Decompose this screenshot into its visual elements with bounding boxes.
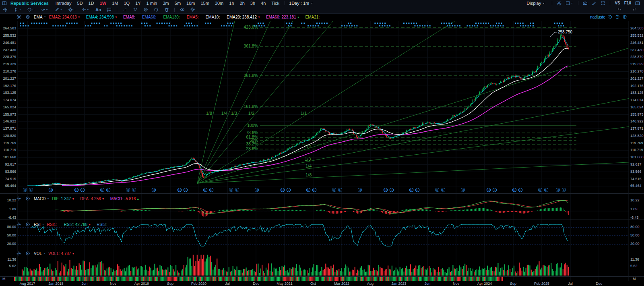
event-dot[interactable] [25, 25, 26, 27]
event-dot[interactable] [321, 23, 322, 24]
ema-value-chip[interactable]: EMA21: [305, 15, 321, 19]
ema-value-chip[interactable]: EMA20:238.412▼ [227, 15, 260, 19]
event-dot[interactable] [490, 25, 491, 27]
event-dot[interactable] [258, 25, 260, 27]
event-dot[interactable] [291, 23, 292, 24]
event-dot[interactable] [316, 23, 318, 24]
ema-value-chip[interactable]: EMA60: [142, 15, 158, 19]
event-dot[interactable] [106, 25, 107, 27]
event-dot[interactable] [554, 23, 555, 24]
event-dot[interactable] [104, 25, 105, 27]
event-dot[interactable] [520, 23, 521, 24]
event-dot[interactable] [384, 25, 386, 27]
event-dot[interactable] [20, 23, 21, 24]
event-dot[interactable] [184, 25, 185, 27]
macd-value-chip[interactable]: DEA:4.256▼ [80, 197, 104, 201]
magnet-tool[interactable] [133, 7, 138, 12]
event-dot[interactable] [41, 23, 42, 24]
event-dot[interactable] [205, 23, 206, 24]
chart-canvas[interactable]: 423.6%361.8%261.8%161.8%100%78.6%61.8%50… [0, 0, 644, 286]
rsi-value-chip[interactable]: RSI1: [47, 222, 58, 227]
event-dot[interactable] [496, 23, 497, 24]
timeframe-5m[interactable]: 5m [172, 1, 184, 6]
event-dot[interactable] [23, 25, 24, 27]
event-dot[interactable] [416, 23, 417, 24]
event-dot[interactable] [94, 23, 95, 24]
event-dot[interactable] [454, 25, 456, 27]
event-dot[interactable] [419, 25, 421, 27]
screenshot-icon[interactable] [583, 1, 588, 6]
event-dot[interactable] [520, 25, 521, 27]
comment-tool[interactable] [107, 7, 111, 12]
wave-tool[interactable] [41, 7, 49, 12]
event-dot[interactable] [121, 25, 122, 27]
event-dot[interactable] [144, 25, 146, 27]
event-dot[interactable] [20, 25, 21, 27]
event-dot[interactable] [469, 25, 471, 27]
event-dot[interactable] [447, 25, 448, 27]
interval-selector[interactable]: 1Day : 1m [289, 1, 314, 6]
event-dot[interactable] [210, 23, 211, 24]
event-dot[interactable] [196, 25, 198, 27]
timeframe-tick[interactable]: Tick [268, 1, 282, 6]
event-dot[interactable] [356, 25, 357, 27]
event-dot[interactable] [303, 23, 305, 24]
indicator-name-ema[interactable]: EMA [34, 15, 43, 19]
event-dot[interactable] [110, 23, 111, 24]
event-dot[interactable] [374, 23, 376, 24]
undo-icon[interactable] [617, 7, 622, 12]
event-dot[interactable] [116, 25, 118, 27]
event-dot[interactable] [351, 25, 353, 27]
event-dot[interactable] [318, 25, 319, 27]
edit-icon[interactable] [592, 1, 597, 6]
event-dot[interactable] [472, 25, 473, 27]
event-dot[interactable] [258, 23, 259, 24]
event-dot[interactable] [498, 23, 500, 24]
event-dot[interactable] [563, 25, 564, 27]
event-dot[interactable] [264, 25, 265, 27]
timeframe-10m[interactable]: 10m [184, 1, 198, 6]
timeframe-1y[interactable]: 1Y [132, 1, 143, 6]
event-dot[interactable] [530, 25, 531, 27]
event-dot[interactable] [87, 25, 89, 27]
event-dot[interactable] [427, 25, 428, 27]
event-dot[interactable] [488, 23, 489, 24]
event-dot[interactable] [475, 23, 477, 24]
indicator-name-macd[interactable]: MACD [34, 197, 45, 201]
angle-tool[interactable] [122, 7, 127, 12]
event-dot[interactable] [315, 25, 316, 27]
event-dot[interactable] [161, 23, 163, 24]
channel-tool[interactable] [54, 7, 62, 12]
event-dot[interactable] [34, 23, 35, 24]
event-dot[interactable] [319, 23, 320, 24]
event-dot[interactable] [474, 25, 475, 27]
timeframe-4h[interactable]: 4h [258, 1, 268, 6]
event-dot[interactable] [495, 25, 496, 27]
event-dot[interactable] [561, 23, 563, 24]
event-dot[interactable] [559, 23, 560, 24]
event-dot[interactable] [194, 25, 195, 27]
event-dot[interactable] [189, 25, 190, 27]
event-dot[interactable] [350, 23, 351, 24]
shape-tool[interactable] [27, 7, 35, 12]
timeframe-1-min[interactable]: 1 min [144, 1, 160, 6]
f10-info-button[interactable]: F10 [624, 1, 631, 5]
event-dot[interactable] [403, 23, 405, 24]
event-dot[interactable] [229, 25, 230, 27]
timeframe-1h[interactable]: 1h [226, 1, 237, 6]
event-dot[interactable] [159, 23, 160, 24]
timeframe-1m[interactable]: 1M [109, 1, 121, 6]
timeframe-1w[interactable]: 1W [97, 1, 109, 6]
event-dot[interactable] [260, 23, 261, 24]
timeframe-5d[interactable]: 5D [74, 1, 86, 6]
event-dot[interactable] [191, 23, 192, 24]
event-dot[interactable] [417, 25, 418, 27]
event-dot[interactable] [144, 23, 145, 24]
event-dot[interactable] [173, 25, 175, 27]
indicator-close-icon[interactable] [25, 222, 30, 227]
event-dot[interactable] [254, 25, 255, 27]
adjust-label[interactable]: nadjuste [590, 15, 605, 19]
ema-value-chip[interactable]: EMA130: [163, 15, 181, 19]
fullscreen-icon[interactable] [601, 1, 605, 6]
event-dot[interactable] [221, 25, 222, 27]
